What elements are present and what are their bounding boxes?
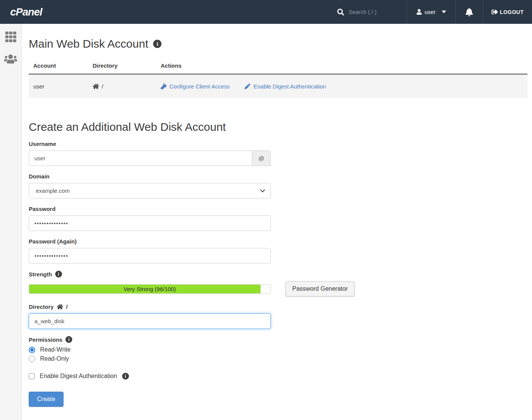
wrench-icon (161, 84, 166, 89)
password-again-label: Password (Again) (29, 238, 527, 245)
web-disk-table: Account Directory Actions user / Configu… (29, 59, 527, 98)
enable-digest-auth-option[interactable]: Enable Digest Authentication i (29, 373, 527, 380)
radio-icon (29, 347, 35, 353)
sidebar-item-tools[interactable] (5, 31, 16, 42)
directory-cell: / (93, 83, 161, 90)
header-search (332, 0, 407, 24)
read-write-option[interactable]: Read-Write (29, 346, 527, 353)
search-icon (337, 9, 344, 15)
strength-meter: Very Strong (96/100) (29, 284, 271, 294)
permissions-options: Read-Write Read-Only (29, 346, 527, 362)
checkbox-icon (29, 373, 35, 379)
password-input[interactable] (29, 215, 271, 231)
account-cell: user (33, 83, 93, 90)
page-title: Main Web Disk Account i (29, 37, 527, 50)
main-content: Main Web Disk Account i Account Director… (22, 24, 532, 420)
actions-cell: Configure Client Access Enable Digest Au… (161, 83, 527, 90)
body-wrap: Main Web Disk Account i Account Director… (0, 24, 532, 420)
user-menu-label: user (425, 9, 436, 15)
strength-text: Very Strong (96/100) (29, 285, 270, 293)
create-form-title: Create an Additional Web Disk Account (29, 121, 527, 133)
create-button[interactable]: Create (29, 392, 64, 407)
topbar-right: user LOGOUT (332, 0, 532, 24)
permissions-group: Permissions i Read-Write Read-Only (29, 336, 527, 362)
strength-label-text: Strength (29, 271, 52, 277)
sidebar-item-user-manager[interactable] (4, 54, 17, 64)
table-header-row: Account Directory Actions (29, 59, 527, 74)
at-sign-addon: @ (252, 150, 271, 166)
directory-path: / (102, 83, 103, 90)
password-generator-button[interactable]: Password Generator (285, 281, 355, 296)
configure-client-access-link[interactable]: Configure Client Access (161, 83, 230, 90)
page-title-text: Main Web Disk Account (29, 37, 148, 50)
enable-digest-auth-link[interactable]: Enable Digest Authentication (245, 83, 326, 90)
logout-label: LOGOUT (500, 9, 524, 15)
directory-group: Directory / (29, 304, 527, 329)
home-icon (57, 304, 63, 310)
bell-icon (465, 8, 473, 16)
column-header-directory: Directory (93, 62, 161, 69)
info-icon[interactable]: i (55, 271, 62, 277)
info-icon[interactable]: i (122, 373, 129, 380)
pencil-icon (245, 84, 250, 89)
password-group: Password (29, 206, 527, 231)
user-icon (416, 9, 422, 15)
info-icon[interactable]: i (65, 336, 72, 343)
notifications-button[interactable] (455, 0, 483, 24)
apps-grid-icon (5, 31, 16, 42)
digest-group: Enable Digest Authentication i (29, 373, 527, 380)
digest-label: Enable Digest Authentication (40, 373, 117, 380)
search-input[interactable] (349, 9, 402, 15)
password-label: Password (29, 206, 527, 212)
password-again-group: Password (Again) (29, 238, 527, 263)
read-write-label: Read-Write (40, 346, 71, 353)
username-label: Username (29, 141, 527, 147)
read-only-option[interactable]: Read-Only (29, 355, 527, 362)
cpanel-logo[interactable]: cPanel (10, 6, 42, 18)
domain-group: Domain example.com (29, 173, 527, 198)
home-icon (93, 84, 99, 89)
read-only-label: Read-Only (40, 355, 69, 362)
directory-label: Directory / (29, 304, 527, 310)
chevron-down-icon (442, 11, 446, 13)
strength-group: Strength i Very Strong (96/100) Password… (29, 271, 527, 296)
top-navbar: cPanel user LOGOUT (0, 0, 532, 24)
logout-button[interactable]: LOGOUT (483, 0, 532, 24)
username-group: Username @ (29, 141, 527, 166)
table-row: user / Configure Client Access Enable Di… (29, 74, 527, 98)
domain-label: Domain (29, 173, 527, 180)
permissions-label-text: Permissions (29, 336, 62, 343)
strength-label: Strength i (29, 271, 527, 277)
info-icon[interactable]: i (153, 40, 161, 48)
column-header-actions: Actions (161, 62, 527, 69)
left-sidebar (0, 24, 22, 420)
directory-label-text: Directory (29, 304, 54, 310)
column-header-account: Account (33, 62, 93, 69)
logout-icon (492, 9, 498, 15)
directory-input[interactable] (29, 313, 271, 329)
user-menu[interactable]: user (407, 0, 455, 24)
directory-prefix: / (66, 304, 68, 310)
permissions-label: Permissions i (29, 336, 527, 343)
users-icon (4, 54, 17, 64)
password-again-input[interactable] (29, 248, 271, 263)
radio-icon (29, 356, 35, 362)
domain-select[interactable]: example.com (29, 183, 271, 198)
configure-client-access-label: Configure Client Access (169, 83, 230, 90)
enable-digest-auth-label: Enable Digest Authentication (253, 83, 326, 90)
username-input[interactable] (29, 150, 252, 166)
page: cPanel user LOGOUT (0, 0, 532, 420)
